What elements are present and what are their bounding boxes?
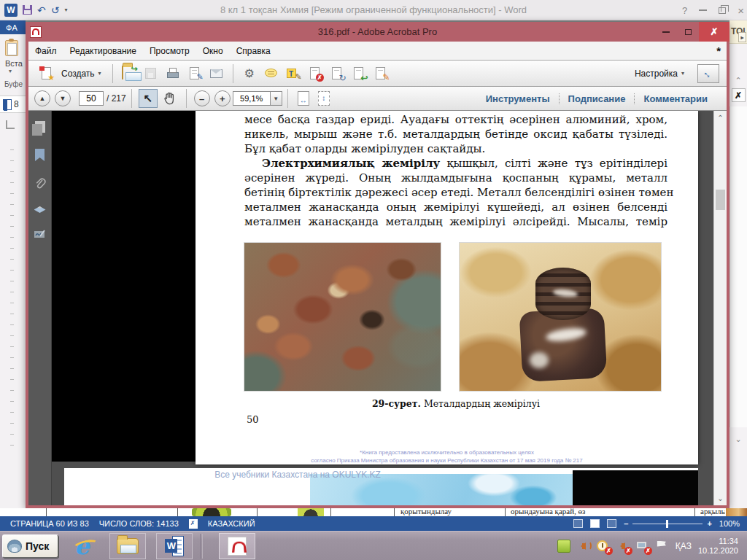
status-zoom-percent[interactable]: 100% — [719, 519, 740, 528]
word-taskbar-button[interactable]: W — [156, 533, 193, 559]
word-close-button[interactable]: × — [738, 4, 744, 17]
clock[interactable]: 11:34 10.12.2020 — [698, 537, 741, 556]
redo-icon[interactable]: ↺ — [51, 5, 60, 15]
create-button[interactable]: ★ Создать ▾ — [31, 64, 107, 83]
start-button[interactable]: Пуск — [2, 534, 58, 558]
word-restore-button[interactable] — [719, 7, 726, 14]
banner-dark-block — [573, 470, 698, 505]
bookmarks-icon[interactable] — [35, 149, 44, 161]
zoom-level-input[interactable]: 59,1% — [233, 91, 271, 106]
zoom-slider[interactable]: – + — [624, 519, 712, 528]
table-cell: орындауына қарай, өз — [511, 508, 585, 516]
select-tool-button[interactable]: ↖ — [139, 89, 158, 108]
export-document-icon[interactable]: ↩ — [352, 66, 366, 81]
edit-document-icon[interactable]: ✎ — [374, 66, 388, 81]
word-minimize-button[interactable] — [699, 9, 707, 11]
pdf-scrollbar[interactable]: ⌃ ⌄ — [713, 111, 727, 505]
ribbon-fragment: ТОІ ▸ — [729, 20, 747, 44]
tray-app-icon[interactable] — [557, 540, 570, 553]
page-thumbnails-icon[interactable] — [35, 121, 45, 133]
paste-caret-icon[interactable]: ▾ — [0, 68, 26, 74]
acrobat-titlebar[interactable]: 316.pdf - Adobe Acrobat Pro ✗ — [26, 22, 729, 42]
scroll-down-icon[interactable]: ⌄ — [729, 435, 747, 444]
sign-document-icon[interactable]: ✎ — [187, 66, 202, 81]
menu-edit[interactable]: Редактирование — [63, 46, 143, 56]
acrobat-window: 316.pdf - Adobe Acrobat Pro ✗ Файл Редак… — [26, 22, 729, 508]
scrollbar-down-icon[interactable]: ⌄ — [714, 494, 727, 502]
open-file-icon[interactable]: ↪ — [122, 66, 136, 81]
menu-file[interactable]: Файл — [28, 46, 63, 56]
zoom-in-button[interactable]: + — [214, 90, 231, 106]
page-number-input[interactable]: 50 — [79, 91, 104, 106]
comment-icon[interactable] — [264, 66, 279, 81]
comment-panel-button[interactable]: Комментарии — [634, 93, 716, 104]
word-document-item[interactable]: 8 — [0, 96, 26, 113]
collapse-ribbon-icon[interactable]: ⌃ — [729, 44, 747, 85]
word-help-icon[interactable]: ? — [682, 5, 687, 16]
highlight-text-icon[interactable]: T✎ — [286, 66, 301, 81]
print-layout-icon[interactable] — [590, 519, 600, 528]
pane-close-button[interactable]: ✗ — [732, 88, 746, 102]
fit-page-icon[interactable]: ↕ — [318, 91, 330, 106]
language-indicator[interactable]: ҚАЗ — [676, 541, 692, 551]
gear-icon[interactable]: ⚙ — [242, 66, 257, 81]
fullscreen-toggle-button[interactable]: ↔ — [697, 64, 719, 83]
internet-explorer-icon[interactable]: e — [74, 534, 99, 559]
pdf-line: никель, мырыш және т.б. металдардың беті… — [244, 127, 667, 141]
word-file-tab[interactable]: ФА — [0, 20, 26, 34]
paste-label[interactable]: Вста — [0, 56, 26, 68]
tools-panel-button[interactable]: Инструменты — [477, 93, 559, 104]
menu-view[interactable]: Просмотр — [143, 46, 196, 56]
file-explorer-button[interactable] — [109, 533, 146, 559]
quick-access-caret-icon[interactable]: ▾ — [64, 7, 67, 13]
save-icon[interactable] — [23, 5, 32, 15]
settings-button[interactable]: Настройка ▾ — [635, 69, 684, 79]
zoom-dropdown-icon[interactable]: ▼ — [271, 91, 282, 106]
zoom-out-button[interactable]: – — [194, 90, 210, 106]
status-word-count[interactable]: ЧИСЛО СЛОВ: 14133 — [99, 519, 179, 528]
network-error-icon[interactable]: ✗ — [636, 540, 649, 553]
acrobat-window-title: 316.pdf - Adobe Acrobat Pro — [26, 26, 729, 37]
print-icon[interactable] — [166, 66, 180, 81]
pdf-line: месе басқа газдар ериді. Ауадағы оттекті… — [244, 112, 667, 127]
hand-tool-button[interactable] — [160, 89, 179, 108]
status-language[interactable]: КАЗАХСКИЙ — [208, 519, 255, 528]
sign-panel-button[interactable]: Подписание — [559, 93, 635, 104]
scrolling-mode-icon[interactable]: ↔ — [298, 91, 309, 106]
next-page-button[interactable]: ▼ — [55, 90, 71, 106]
scrollbar-up-icon[interactable]: ⌃ — [714, 114, 727, 122]
attachments-icon[interactable] — [34, 177, 46, 190]
word-scrollbar[interactable] — [729, 106, 747, 427]
undo-icon[interactable]: ↶ — [37, 5, 46, 15]
previous-page-button[interactable]: ▲ — [34, 90, 50, 106]
layers-icon[interactable] — [34, 206, 46, 213]
zoom-out-minus[interactable]: – — [624, 519, 628, 528]
volume-icon[interactable] — [577, 540, 590, 553]
save-file-icon[interactable] — [144, 66, 158, 81]
signatures-icon[interactable] — [34, 229, 47, 239]
acrobat-restore-button[interactable] — [677, 22, 699, 42]
delete-pages-icon[interactable]: ✗ — [308, 66, 322, 81]
search-document-icon[interactable]: ↻ — [330, 66, 344, 81]
paste-icon[interactable] — [5, 40, 18, 56]
status-page-count[interactable]: СТРАНИЦА 60 ИЗ 83 — [10, 519, 89, 528]
acrobat-close-button[interactable]: ✗ — [699, 22, 729, 42]
ribbon-expand-icon[interactable]: ▸ — [738, 32, 746, 42]
clock-sync-error-icon[interactable]: ✗ — [597, 540, 610, 553]
zoom-slider-thumb[interactable] — [666, 520, 668, 528]
zoom-in-plus[interactable]: + — [707, 519, 711, 528]
scrollbar-thumb[interactable] — [716, 190, 725, 210]
hand-icon — [164, 92, 176, 105]
action-center-flag-icon[interactable] — [656, 540, 669, 553]
menu-window[interactable]: Окно — [196, 46, 230, 56]
pdf-next-page: Все учебники Казахстана на OKULYK.KZ — [64, 468, 698, 505]
menu-help[interactable]: Справка — [230, 46, 277, 56]
read-mode-icon[interactable] — [573, 519, 583, 528]
web-layout-icon[interactable] — [607, 519, 616, 528]
acrobat-taskbar-button[interactable] — [219, 533, 255, 559]
menubar-pin-icon[interactable]: * — [716, 44, 721, 57]
email-icon[interactable] — [209, 66, 224, 81]
proofing-icon[interactable] — [189, 519, 198, 529]
audio-muted-icon[interactable]: ✗ — [616, 540, 630, 553]
acrobat-minimize-button[interactable] — [655, 22, 677, 42]
